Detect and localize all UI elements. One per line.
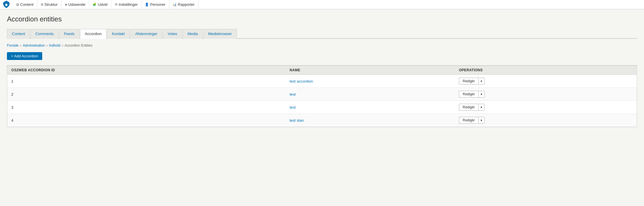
cell-accordion-id: 2 [7,88,285,101]
content-tabs: Content Comments Feeds Accordion Kontakt… [7,28,637,39]
table-header-row: OS2WEB ACCORDION ID NAME OPERATIONS [7,66,637,75]
struktur-nav-icon: ⊞ [41,3,43,6]
udvid-nav-icon: 🧩 [93,3,97,6]
cell-accordion-name: test [285,101,455,114]
nav-item-rapporter-label: Rapporter [178,2,195,7]
tab-media[interactable]: Media [183,29,203,39]
indstillinger-nav-icon: ⚙ [115,3,118,6]
nav-item-struktur[interactable]: ⊞ Struktur [37,0,62,9]
tab-accordion[interactable]: Accordion [80,29,107,39]
accordion-name-link[interactable]: test [289,105,296,110]
nav-item-rapporter[interactable]: 📊 Rapporter [169,0,198,9]
add-accordion-button[interactable]: + Add Accordion [7,52,42,60]
breadcrumb-sep-1: » [20,43,22,48]
tab-afstemninger[interactable]: Afstemninger [130,29,162,39]
operation-dropdown-button[interactable]: ▾ [478,78,485,85]
nav-item-udvid[interactable]: 🧩 Udvid [89,0,111,9]
operation-dropdown-button[interactable]: ▾ [478,104,485,111]
operation-group: Redigér▾ [459,104,485,111]
table-row: 2testRedigér▾ [7,88,637,101]
content-nav-icon: ▤ [16,3,19,6]
col-header-name: NAME [285,66,455,75]
accordion-table: OS2WEB ACCORDION ID NAME OPERATIONS 1tes… [7,65,637,127]
personer-nav-icon: 👤 [145,3,149,6]
page-wrapper: Accordion entities Content Comments Feed… [0,9,644,127]
tab-comments[interactable]: Comments [31,29,59,39]
col-header-operations: OPERATIONS [455,66,637,75]
table-row: 3testRedigér▾ [7,101,637,114]
cell-operations: Redigér▾ [455,101,637,114]
nav-item-udseende[interactable]: ◈ Udseende [61,0,89,9]
tab-content[interactable]: Content [7,29,30,39]
cell-accordion-id: 1 [7,75,285,88]
nav-item-content-label: Content [20,2,34,7]
nav-item-content[interactable]: ▤ Content [13,0,37,9]
accordion-name-link[interactable]: test stan [289,118,304,123]
rapporter-nav-icon: 📊 [173,3,177,6]
operation-group: Redigér▾ [459,91,485,98]
tab-mediebrowser[interactable]: Mediebrowser [203,29,237,39]
breadcrumb-indhold[interactable]: Indhold [49,43,60,48]
drupal-logo-icon [2,1,10,9]
nav-item-personer[interactable]: 👤 Personer [141,0,169,9]
rediger-button[interactable]: Redigér [459,78,478,85]
rediger-button[interactable]: Redigér [459,117,478,124]
cell-accordion-name: test stan [285,114,455,127]
breadcrumb: Forside » Administration » Indhold » Acc… [7,43,637,48]
cell-operations: Redigér▾ [455,114,637,127]
accordion-table-container: OS2WEB ACCORDION ID NAME OPERATIONS 1tes… [7,65,637,127]
nav-item-indstillinger[interactable]: ⚙ Indstillinger [111,0,142,9]
nav-item-struktur-label: Struktur [45,2,58,7]
cell-operations: Redigér▾ [455,75,637,88]
breadcrumb-forside[interactable]: Forside [7,43,19,48]
page-title: Accordion entities [7,15,637,23]
table-row: 4test stanRedigér▾ [7,114,637,127]
cell-operations: Redigér▾ [455,88,637,101]
udseende-nav-icon: ◈ [65,3,67,6]
nav-item-personer-label: Personer [150,2,165,7]
operation-group: Redigér▾ [459,117,485,124]
cell-accordion-name: test accordion [285,75,455,88]
operation-dropdown-button[interactable]: ▾ [478,117,485,124]
cell-accordion-id: 4 [7,114,285,127]
col-header-id: OS2WEB ACCORDION ID [7,66,285,75]
tab-feeds[interactable]: Feeds [59,29,79,39]
tab-votes[interactable]: Votes [163,29,182,39]
accordion-name-link[interactable]: test [289,92,296,96]
svg-point-1 [6,3,7,4]
nav-item-udvid-label: Udvid [98,2,107,7]
breadcrumb-current: Accordion Entities [64,43,92,48]
accordion-name-link[interactable]: test accordion [289,79,313,83]
operation-group: Redigér▾ [459,78,485,85]
nav-menu: ▤ Content ⊞ Struktur ◈ Udseende 🧩 Udvid [13,0,198,9]
breadcrumb-sep-3: » [62,43,64,48]
breadcrumb-sep-2: » [46,43,48,48]
table-body: 1test accordionRedigér▾2testRedigér▾3tes… [7,75,637,127]
breadcrumb-administration[interactable]: Administration [23,43,45,48]
operation-dropdown-button[interactable]: ▾ [478,91,485,98]
rediger-button[interactable]: Redigér [459,91,478,98]
cell-accordion-id: 3 [7,101,285,114]
nav-item-udseende-label: Udseende [68,2,85,7]
nav-item-indstillinger-label: Indstillinger [119,2,138,7]
cell-accordion-name: test [285,88,455,101]
table-row: 1test accordionRedigér▾ [7,75,637,88]
tab-kontakt[interactable]: Kontakt [107,29,130,39]
top-nav: ▤ Content ⊞ Struktur ◈ Udseende 🧩 Udvid [0,0,644,9]
table-header: OS2WEB ACCORDION ID NAME OPERATIONS [7,66,637,75]
rediger-button[interactable]: Redigér [459,104,478,111]
